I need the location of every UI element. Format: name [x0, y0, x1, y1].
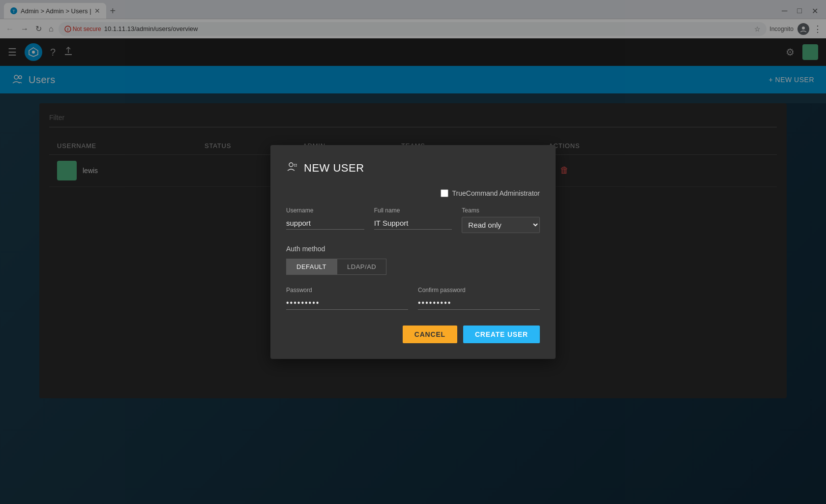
page-background: USERNAME STATUS ADMIN TEAMS ACTIONS lewi… — [0, 103, 826, 504]
teams-group: Teams Read only Admin Support — [462, 207, 540, 233]
auth-buttons: DEFAULT LDAP/AD — [286, 259, 540, 275]
admin-checkbox-row: TrueCommand Administrator — [286, 189, 540, 197]
auth-method-section: Auth method DEFAULT LDAP/AD — [286, 245, 540, 275]
username-label: Username — [286, 207, 364, 214]
modal-overlay: NEW USER TrueCommand Administrator Usern… — [0, 0, 826, 504]
form-row-fields: Username Full name Teams Read only Admin… — [286, 207, 540, 233]
new-user-modal: NEW USER TrueCommand Administrator Usern… — [270, 145, 556, 359]
admin-checkbox-label: TrueCommand Administrator — [452, 189, 540, 197]
create-user-button[interactable]: CREATE USER — [463, 326, 540, 343]
password-label: Password — [286, 287, 408, 294]
modal-title-icon — [286, 161, 298, 176]
fullname-group: Full name — [374, 207, 452, 233]
modal-actions: CANCEL CREATE USER — [286, 326, 540, 343]
password-row: Password Confirm password — [286, 287, 540, 310]
teams-select[interactable]: Read only Admin Support — [462, 217, 540, 233]
password-input[interactable] — [286, 296, 408, 310]
teams-label: Teams — [462, 207, 540, 214]
auth-ldap-btn[interactable]: LDAP/AD — [337, 259, 386, 275]
cancel-button[interactable]: CANCEL — [403, 326, 457, 343]
password-group: Password — [286, 287, 408, 310]
username-input[interactable] — [286, 217, 364, 230]
modal-title: NEW USER — [286, 161, 540, 176]
fullname-input[interactable] — [374, 217, 452, 230]
auth-default-btn[interactable]: DEFAULT — [286, 259, 337, 275]
confirm-password-group: Confirm password — [418, 287, 540, 310]
username-group: Username — [286, 207, 364, 233]
fullname-label: Full name — [374, 207, 452, 214]
modal-title-text: NEW USER — [304, 162, 364, 175]
admin-checkbox[interactable] — [441, 189, 448, 197]
confirm-password-label: Confirm password — [418, 287, 540, 294]
auth-method-label: Auth method — [286, 245, 540, 253]
confirm-password-input[interactable] — [418, 296, 540, 310]
svg-point-19 — [289, 163, 293, 167]
